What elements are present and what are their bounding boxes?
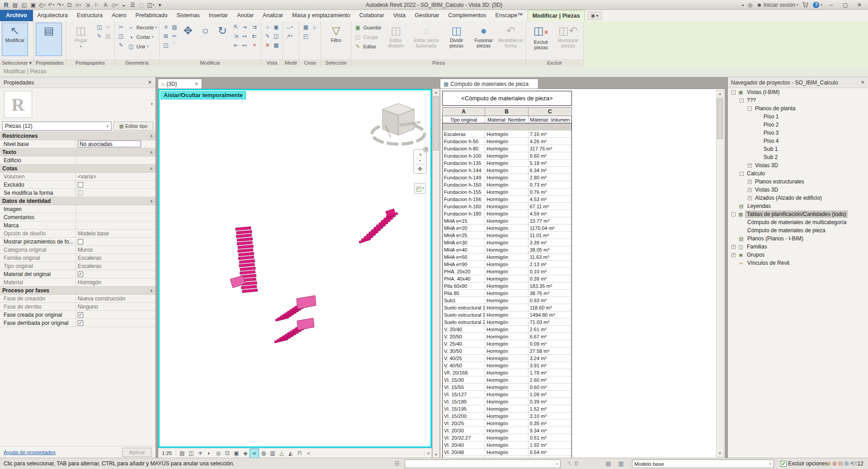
panel-label-geometry[interactable]: Geometría xyxy=(115,59,159,66)
worksets-icon[interactable]: ☷ xyxy=(395,460,400,467)
schedule-row[interactable]: VF. 20/168Hormigón1.78 m³ xyxy=(443,369,571,376)
displace-icon[interactable]: ▣ xyxy=(272,23,280,31)
filter-button[interactable]: ▽ Filtro xyxy=(323,23,349,56)
offset-icon[interactable]: ⊞ xyxy=(162,32,170,40)
properties-close-icon[interactable]: ✕ xyxy=(148,80,152,85)
schedule-row[interactable]: VI. 15/55Hormigón0.60 m³ xyxy=(443,384,571,391)
scroll-up-icon[interactable]: ▲ xyxy=(433,89,439,96)
undo-icon[interactable]: ↶▾ xyxy=(47,1,56,9)
schedule-row[interactable]: Pila 60x90Hormigón183.35 m³ xyxy=(443,282,571,290)
search-icon[interactable]: ◎ xyxy=(748,2,752,8)
show-crop-region-icon[interactable]: ▣ xyxy=(232,449,241,458)
match-type-icon[interactable]: ✎ xyxy=(95,32,104,40)
sun-path-icon[interactable]: ☀ xyxy=(196,449,204,458)
exclude-parts-button[interactable]: ◫✕Excluir piezas xyxy=(528,23,554,56)
load-parts-button[interactable]: ◱Cargar xyxy=(354,33,381,41)
rotate-button[interactable]: ↻ xyxy=(215,23,230,50)
property-value-field[interactable] xyxy=(75,221,156,229)
reveal-hidden-elements-icon[interactable]: ◍ xyxy=(259,449,268,458)
schedule-row[interactable]: Pila 80Hormigón38.76 m³ xyxy=(443,290,571,297)
restore-button[interactable]: ▢ xyxy=(840,2,850,8)
ribbon-tab-analizar[interactable]: Analizar xyxy=(258,10,288,21)
browser-item-c-mputo-de-materiales-de-multicategor-a[interactable]: Cómputo de materiales de multicategoría xyxy=(728,218,868,226)
highlight-displacement-icon[interactable]: ◭ xyxy=(286,449,295,458)
app-menu-r-icon[interactable]: R xyxy=(2,1,10,9)
active-workset-dropdown[interactable]: ∨ xyxy=(405,460,561,468)
section-icon[interactable]: ◒ xyxy=(119,1,128,9)
cope-button[interactable]: ⌐Recorte▾ xyxy=(127,23,157,32)
aligned-dimension-icon[interactable]: ⇲ xyxy=(83,1,92,9)
paste-options-icon[interactable]: ▤ xyxy=(104,32,112,40)
type-selector-dropdown[interactable]: Piezas (12)∨ xyxy=(2,122,112,131)
copy-icon[interactable]: ◫ xyxy=(95,23,104,31)
reveal-constraints-icon[interactable]: ⊓ xyxy=(295,449,304,458)
rendering-dialog-icon[interactable]: ◎ xyxy=(214,449,222,458)
detail-level-icon[interactable]: ▤ xyxy=(178,449,186,458)
split-element-icon[interactable]: ✂ xyxy=(170,32,179,40)
default-3d-view-icon[interactable]: ◇▾ xyxy=(110,1,119,9)
schedule-scroll-down-icon[interactable]: ▼ xyxy=(717,450,723,457)
lock-3d-view-icon[interactable]: ◈ xyxy=(241,449,250,458)
app-store-cart-icon[interactable] xyxy=(802,2,809,8)
schedule-row[interactable]: EscalerasHormigón7.16 m³ xyxy=(443,131,571,138)
expand-icon[interactable]: + xyxy=(748,196,752,200)
schedule-row[interactable]: V. 20/40Hormigón2.61 m³ xyxy=(443,326,571,333)
open-icon[interactable]: ◱ xyxy=(20,1,28,9)
properties-window-icon[interactable]: ▤ xyxy=(11,1,19,9)
collapse-icon[interactable]: - xyxy=(731,90,736,94)
hide-red-icon[interactable]: ✕ xyxy=(264,41,272,49)
copy-button[interactable]: ○ xyxy=(198,23,213,50)
schedule-row[interactable]: V. 40/50Hormigón3.91 m³ xyxy=(443,362,571,369)
select-by-face-toggle-icon[interactable]: ⊞ xyxy=(844,460,849,467)
browser-item-grupos[interactable]: +◙Grupos xyxy=(728,251,868,259)
expand-icon[interactable]: + xyxy=(748,164,752,168)
collapse-chevron-icon[interactable]: ∧ xyxy=(150,288,153,293)
restore-parts-button[interactable]: ◫↶Restaurar piezas xyxy=(556,23,581,56)
column-letter-a[interactable]: A xyxy=(443,108,485,116)
ribbon-tab-arquitectura[interactable]: Arquitectura xyxy=(33,10,72,21)
schedule-row[interactable]: MHA e=15Hormigón23.77 m³ xyxy=(443,217,571,225)
extend-multiple-icon[interactable]: ⇤ xyxy=(232,41,240,49)
ribbon-tab-archivo[interactable]: Archivo xyxy=(0,10,33,21)
schedule-row[interactable]: Fundacion h-144Hormigón6.34 m³ xyxy=(443,167,571,174)
print-icon[interactable]: ⊡ xyxy=(65,1,74,9)
checkbox[interactable] xyxy=(78,190,83,196)
edit-merged-part-button[interactable]: ◌Editar pieza fusionada xyxy=(410,23,442,56)
browser-item-planos-planos-i-bim-[interactable]: ▧Planos (Planos - I-BIM) xyxy=(728,234,868,243)
temporary-view-properties-icon[interactable]: ▥ xyxy=(268,449,277,458)
schedule-row[interactable]: VI. 15/200Hormigón3.10 m³ xyxy=(443,413,571,420)
create-assembly-icon[interactable]: ◰ xyxy=(302,32,310,40)
project-browser-close-icon[interactable]: ✕ xyxy=(861,80,865,85)
redo-icon[interactable]: ↷▾ xyxy=(56,1,65,9)
schedule-row[interactable]: MHA e=30Hormigón3.39 m³ xyxy=(443,239,571,246)
apply-button[interactable]: Aplicar xyxy=(122,448,152,457)
linework-icon[interactable]: ✎ xyxy=(264,32,272,40)
save-icon[interactable]: ▣ xyxy=(29,1,38,9)
schedule-row[interactable]: V. 25/40Hormigón0.09 m³ xyxy=(443,340,571,347)
schedule-row[interactable]: Fundacion h-155Hormigón0.76 m³ xyxy=(443,188,571,196)
schedule-row[interactable]: V. 40/25Hormigón3.24 m³ xyxy=(443,355,571,362)
infocenter-collapse-icon[interactable]: ◂ xyxy=(741,3,744,7)
align-icon[interactable]: ≡ xyxy=(162,23,170,31)
collapse-icon[interactable]: - xyxy=(731,212,736,216)
ribbon-tab-vista[interactable]: Vista xyxy=(389,10,410,21)
text-icon[interactable]: A xyxy=(101,1,110,9)
ribbon-tab-acero[interactable]: Acero xyxy=(107,10,131,21)
navigation-bar[interactable]: ✕ ◔ ▾ ✥ xyxy=(413,149,427,174)
show-analytical-model-icon[interactable]: △ xyxy=(277,449,286,458)
select-pinned-toggle-icon[interactable]: ⊟ xyxy=(838,460,843,467)
schedule-row[interactable]: VI. 15/195Hormigón1.52 m³ xyxy=(443,405,571,413)
panel-label-create[interactable]: Crear xyxy=(299,59,321,66)
collapse-chevron-icon[interactable]: ∧ xyxy=(150,150,153,155)
viewport-vertical-scrollbar[interactable]: ▲ ▼ xyxy=(432,89,440,459)
design-options-icon[interactable]: ▤ xyxy=(606,460,611,467)
column-letter-b[interactable]: B xyxy=(485,108,528,116)
navbar-close-icon[interactable]: ✕ xyxy=(423,147,429,152)
schedule-row[interactable]: PHA. 20x20Hormigón0.10 m³ xyxy=(443,268,571,275)
override-graphics-icon[interactable]: ◫ xyxy=(272,32,280,40)
sync-with-central-icon[interactable]: ◴▾ xyxy=(38,1,47,9)
schedule-scroll-up-icon[interactable]: ▲ xyxy=(717,90,723,97)
ribbon-tab-masa-y-emplazamiento[interactable]: Masa y emplazamiento xyxy=(288,10,355,21)
cut-profile-icon[interactable]: ▦ xyxy=(272,41,280,49)
thin-lines-icon[interactable]: ☰ xyxy=(128,1,137,9)
